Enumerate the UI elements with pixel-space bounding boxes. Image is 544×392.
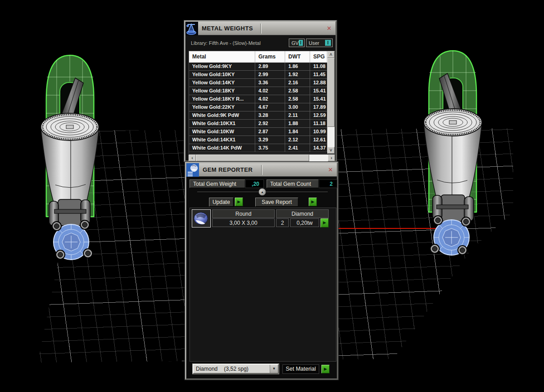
cell-dwt: 1.84 bbox=[285, 128, 310, 136]
cell-spg: 12.61 bbox=[310, 136, 327, 144]
titlebar-divider bbox=[260, 24, 262, 34]
user-toggle-button[interactable]: User I bbox=[306, 39, 333, 47]
material-name: Diamond bbox=[196, 366, 218, 372]
cell-metal: White Gold:9K PdW bbox=[189, 111, 255, 119]
cell-dwt: 2.58 bbox=[285, 95, 310, 103]
cell-grams: 4.02 bbox=[255, 95, 285, 103]
set-material-play-icon[interactable]: ▶ bbox=[321, 365, 330, 373]
cell-spg: 11.45 bbox=[310, 71, 327, 78]
cell-grams: 3.36 bbox=[255, 79, 285, 87]
scroll-up-icon[interactable]: ˄ bbox=[327, 51, 335, 58]
table-row[interactable]: White Gold:9K PdW3.282.1112.59 bbox=[189, 111, 327, 120]
user-toggle-label: User bbox=[308, 40, 319, 46]
table-row[interactable]: Yellow Gold:18KY R...4.022.5815.41 bbox=[189, 95, 327, 103]
gem-size-cell[interactable]: 3,00 X 3,00 bbox=[212, 218, 275, 227]
cell-spg: 14.37 bbox=[310, 144, 327, 152]
cell-spg: 17.89 bbox=[310, 103, 327, 111]
metal-weights-window: METAL WEIGHTS ✕ Library: Fifth Ave - (Sl… bbox=[184, 20, 337, 162]
scroll-left-icon[interactable]: ‹ bbox=[189, 155, 196, 161]
titlebar-divider bbox=[261, 165, 262, 175]
table-row[interactable]: White Gold:14KX13.292.1212.61 bbox=[189, 136, 327, 144]
cell-metal: Yellow Gold:9KY bbox=[189, 63, 255, 70]
table-body: Yellow Gold:9KY2.891.8611.08 Yellow Gold… bbox=[189, 63, 327, 152]
collapse-handle[interactable]: ▲ bbox=[258, 188, 266, 196]
scroll-right-icon[interactable]: › bbox=[328, 155, 335, 161]
table-row[interactable]: Yellow Gold:14KY3.362.1612.88 bbox=[189, 79, 327, 87]
gem-shape-header[interactable]: Round bbox=[212, 209, 275, 218]
gem-reporter-titlebar[interactable]: GEM REPORTER ✕ bbox=[186, 163, 337, 177]
column-header-metal[interactable]: Metal bbox=[189, 51, 255, 63]
cell-spg: 11.08 bbox=[310, 63, 327, 70]
horizontal-scrollbar[interactable]: ‹ › bbox=[189, 155, 335, 161]
table-row[interactable]: White Gold:14K PdW3.752.4114.37 bbox=[189, 144, 327, 152]
material-dropdown-value: Diamond(3,52 spg) bbox=[196, 366, 248, 372]
close-icon[interactable]: ✕ bbox=[325, 24, 333, 33]
cell-metal: Yellow Gold:22KY bbox=[189, 103, 255, 111]
cell-metal: White Gold:14KX1 bbox=[189, 136, 255, 144]
gem-report-icon bbox=[186, 163, 199, 177]
model-setting-right[interactable] bbox=[373, 45, 491, 263]
horizontal-scroll-thumb[interactable] bbox=[196, 155, 309, 161]
table-row[interactable]: Yellow Gold:18KY4.022.5815.41 bbox=[189, 87, 327, 95]
table-header-row: Metal Grams DWT SPG bbox=[189, 51, 327, 63]
gem-thumbnail[interactable] bbox=[192, 209, 211, 227]
gv-toggle-button[interactable]: GV I bbox=[289, 39, 305, 47]
material-density: (3,52 spg) bbox=[224, 366, 248, 372]
cell-metal: Yellow Gold:18KY R... bbox=[189, 95, 255, 103]
cell-grams: 3.75 bbox=[255, 144, 285, 152]
cell-grams: 2.89 bbox=[255, 63, 285, 70]
cell-metal: Yellow Gold:10KY bbox=[189, 71, 255, 78]
table-row[interactable]: Yellow Gold:9KY2.891.8611.08 bbox=[189, 63, 327, 71]
gv-toggle-label: GV bbox=[291, 40, 299, 46]
update-button[interactable]: Update bbox=[209, 198, 233, 207]
cell-grams: 2.87 bbox=[255, 128, 285, 136]
update-play-icon[interactable]: ▶ bbox=[235, 198, 243, 206]
cell-spg: 15.41 bbox=[310, 87, 327, 95]
cell-grams: 2.92 bbox=[255, 120, 285, 127]
column-header-spg[interactable]: SPG bbox=[310, 51, 327, 63]
vertical-scroll-thumb[interactable] bbox=[327, 58, 335, 127]
total-gem-count-label: Total Gem Count bbox=[267, 179, 319, 188]
cell-grams: 4.67 bbox=[255, 103, 285, 111]
cell-dwt: 1.88 bbox=[285, 120, 310, 127]
set-material-button[interactable]: Set Material bbox=[282, 364, 319, 374]
cell-grams: 3.28 bbox=[255, 111, 285, 119]
scroll-down-icon[interactable]: ˅ bbox=[327, 147, 335, 154]
table-row[interactable]: White Gold:10KX12.921.8811.18 bbox=[189, 120, 327, 128]
cell-dwt: 1.92 bbox=[285, 71, 310, 78]
cell-grams: 2.99 bbox=[255, 71, 285, 78]
cell-grams: 3.29 bbox=[255, 136, 285, 144]
table-row[interactable]: Yellow Gold:10KY2.991.9211.45 bbox=[189, 71, 327, 79]
gem-total-weight-cell[interactable]: 0,20tw bbox=[290, 218, 319, 227]
cell-metal: Yellow Gold:18KY bbox=[189, 87, 255, 95]
chevron-down-icon[interactable]: ▼ bbox=[270, 365, 278, 373]
material-dropdown[interactable]: Diamond(3,52 spg) ▼ bbox=[193, 364, 279, 374]
model-setting-left[interactable] bbox=[32, 50, 150, 267]
cell-metal: White Gold:10KX1 bbox=[189, 120, 255, 127]
table-row[interactable]: Yellow Gold:22KY4.673.0017.89 bbox=[189, 103, 327, 111]
total-gem-weight-label: Total Gem Weight bbox=[189, 179, 245, 188]
gem-row-play-icon[interactable]: ▶ bbox=[321, 218, 329, 227]
vertical-scrollbar[interactable]: ˄ ˅ bbox=[327, 51, 335, 154]
total-gem-count-value: 2 bbox=[319, 179, 337, 188]
total-gem-weight-value: ,20 bbox=[245, 179, 264, 188]
close-icon[interactable]: ✕ bbox=[326, 166, 335, 174]
cell-spg: 12.59 bbox=[310, 111, 327, 119]
save-report-play-icon[interactable]: ▶ bbox=[309, 198, 317, 206]
cell-spg: 10.99 bbox=[310, 128, 327, 136]
cell-spg: 11.18 bbox=[310, 120, 327, 127]
gem-reporter-window: GEM REPORTER ✕ Total Gem Weight ,20 Tota… bbox=[185, 162, 338, 380]
metal-weights-titlebar[interactable]: METAL WEIGHTS ✕ bbox=[185, 22, 335, 35]
library-label: Library: Fifth Ave - (Slow)-Metal bbox=[191, 40, 261, 46]
cell-dwt: 2.16 bbox=[285, 79, 310, 87]
save-report-button[interactable]: Save Report bbox=[255, 198, 298, 207]
column-header-dwt[interactable]: DWT bbox=[285, 51, 310, 63]
column-header-grams[interactable]: Grams bbox=[255, 51, 285, 63]
gem-material-header[interactable]: Diamond bbox=[276, 209, 329, 218]
table-row[interactable]: White Gold:10KW2.871.8410.99 bbox=[189, 128, 327, 136]
cell-metal: White Gold:14K PdW bbox=[189, 144, 255, 152]
gv-indicator: I bbox=[299, 40, 303, 46]
gem-count-cell[interactable]: 2 bbox=[276, 218, 289, 227]
viewport-3d[interactable]: METAL WEIGHTS ✕ Library: Fifth Ave - (Sl… bbox=[0, 0, 544, 392]
cell-dwt: 2.12 bbox=[285, 136, 310, 144]
